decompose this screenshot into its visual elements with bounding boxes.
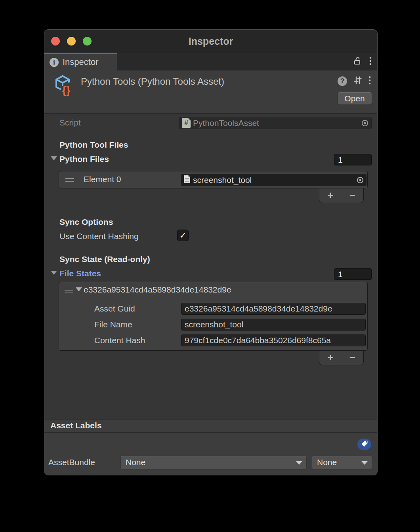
asset-guid-label: Asset Guid xyxy=(94,304,135,314)
file-states-size-field[interactable]: 1 xyxy=(334,268,372,280)
tag-icon xyxy=(361,440,368,449)
component-title: Python Tools (Python Tools Asset) xyxy=(81,76,224,87)
use-content-hashing-label: Use Content Hashing xyxy=(59,232,139,241)
assetbundle-label: AssetBundle xyxy=(48,458,95,467)
check-icon: ✓ xyxy=(179,231,187,240)
foldout-state-icon[interactable] xyxy=(76,287,82,291)
section-sync-options: Sync Options xyxy=(59,217,113,227)
file-name-label: File Name xyxy=(94,320,132,329)
tab-inspector[interactable]: i Inspector xyxy=(44,53,117,70)
asset-footer: AssetBundle None None xyxy=(44,433,377,475)
element-label: Element 0 xyxy=(84,175,121,184)
text-asset-icon xyxy=(183,175,191,185)
window-title: Inspector xyxy=(44,30,377,53)
object-picker-icon[interactable] xyxy=(361,119,369,127)
script-value: PythonToolsAsset xyxy=(193,118,361,128)
python-files-list: Element 0 screenshot_tool xyxy=(59,171,368,188)
element-value: screenshot_tool xyxy=(193,175,356,185)
kebab-menu-icon[interactable] xyxy=(368,76,371,87)
chevron-down-icon xyxy=(296,461,302,465)
braces-icon: {} xyxy=(62,84,71,96)
presets-icon[interactable] xyxy=(353,76,363,87)
component-header: {} Python Tools (Python Tools Asset) ? O… xyxy=(44,70,377,114)
remove-element-button[interactable]: − xyxy=(342,188,364,203)
section-sync-state: Sync State (Read-only) xyxy=(59,255,150,264)
python-files-size-field[interactable]: 1 xyxy=(334,154,372,165)
inspector-body: Script # PythonToolsAsset Python Tool Fi… xyxy=(44,114,377,420)
foldout-file-states-icon[interactable] xyxy=(51,271,57,275)
file-state-guid-header[interactable]: e3326a95314cd4a5898d34de14832d9e xyxy=(84,285,231,294)
drag-handle-icon[interactable] xyxy=(65,290,73,293)
unlock-icon[interactable] xyxy=(353,57,361,67)
csharp-script-icon: # xyxy=(182,118,191,128)
python-files-label[interactable]: Python Files xyxy=(59,154,109,164)
element-object-field[interactable]: screenshot_tool xyxy=(181,174,367,186)
label-tag-button[interactable] xyxy=(357,439,371,450)
kebab-menu-icon[interactable] xyxy=(369,56,372,67)
tab-label: Inspector xyxy=(63,57,99,67)
drag-handle-icon[interactable] xyxy=(65,178,74,182)
assetbundle-dropdown[interactable]: None xyxy=(121,456,306,469)
foldout-python-files-icon[interactable] xyxy=(51,156,57,160)
python-tools-asset-icon: {} xyxy=(53,74,72,97)
help-icon[interactable]: ? xyxy=(338,76,347,86)
assetbundle-variant-value: None xyxy=(317,458,337,467)
file-states-label[interactable]: File States xyxy=(59,269,101,278)
asset-guid-field[interactable]: e3326a95314cd4a5898d34de14832d9e xyxy=(181,303,366,315)
add-element-button[interactable]: + xyxy=(319,188,342,203)
window-titlebar[interactable]: Inspector xyxy=(44,30,377,53)
file-name-field[interactable]: screenshot_tool xyxy=(181,319,366,331)
script-object-field[interactable]: # PythonToolsAsset xyxy=(179,117,372,129)
assetbundle-variant-dropdown[interactable]: None xyxy=(312,456,372,469)
asset-labels-title: Asset Labels xyxy=(50,421,377,430)
remove-state-button[interactable]: − xyxy=(342,351,364,365)
script-label: Script xyxy=(59,118,81,127)
content-hash-field[interactable]: 979cf1cde0c7da64bba35026d69f8c65a xyxy=(181,334,366,346)
list-controls: + − xyxy=(319,188,364,203)
add-state-button[interactable]: + xyxy=(319,351,342,365)
object-picker-icon[interactable] xyxy=(356,176,364,184)
inspector-window: Inspector i Inspector xyxy=(44,30,377,475)
file-states-list: e3326a95314cd4a5898d34de14832d9e Asset G… xyxy=(59,282,368,351)
list-controls: + − xyxy=(319,351,364,365)
open-button[interactable]: Open xyxy=(338,92,372,104)
tab-bar: i Inspector xyxy=(44,53,377,70)
assetbundle-value: None xyxy=(126,458,145,467)
use-content-hashing-checkbox[interactable]: ✓ xyxy=(177,230,189,241)
section-python-tool-files: Python Tool Files xyxy=(59,140,128,150)
content-hash-label: Content Hash xyxy=(94,336,145,345)
screen: Inspector i Inspector xyxy=(0,0,420,532)
info-icon: i xyxy=(50,58,59,67)
chevron-down-icon xyxy=(361,461,368,465)
asset-labels-bar[interactable]: Asset Labels xyxy=(44,420,377,433)
